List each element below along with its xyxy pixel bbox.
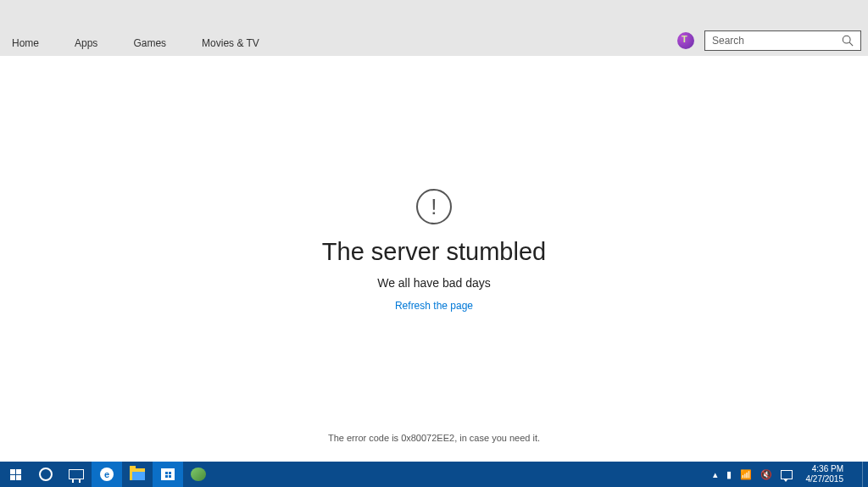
- svg-point-0: [843, 36, 850, 43]
- error-title: The server stumbled: [322, 238, 546, 266]
- refresh-link[interactable]: Refresh the page: [322, 300, 546, 312]
- taskbar-ie-button[interactable]: e: [92, 462, 122, 487]
- nav-right: [677, 30, 861, 51]
- user-avatar[interactable]: [677, 32, 694, 49]
- store-icon: [161, 468, 175, 480]
- task-view-button[interactable]: [61, 462, 92, 487]
- cortana-icon: [39, 468, 53, 481]
- taskbar-app-button[interactable]: [183, 462, 214, 487]
- sound-muted-icon[interactable]: 🔇: [760, 469, 772, 480]
- error-code: The error code is 0x80072EE2, in case yo…: [0, 433, 868, 443]
- error-page: ! The server stumbled We all have bad da…: [0, 56, 868, 462]
- app-icon: [191, 468, 206, 481]
- error-block: ! The server stumbled We all have bad da…: [322, 189, 546, 312]
- battery-icon[interactable]: ▮: [726, 469, 732, 480]
- clock-date: 4/27/2015: [806, 474, 844, 484]
- nav-movies-tv[interactable]: Movies & TV: [202, 37, 259, 49]
- error-subtitle: We all have bad days: [322, 276, 546, 290]
- store-top-nav: Home Apps Games Movies & TV: [0, 0, 868, 56]
- network-icon[interactable]: 📶: [740, 469, 752, 480]
- nav-apps[interactable]: Apps: [75, 37, 97, 49]
- task-view-icon: [69, 469, 84, 479]
- nav-games[interactable]: Games: [133, 37, 166, 49]
- start-button[interactable]: [0, 462, 31, 487]
- windows-logo-icon: [10, 469, 21, 480]
- browser-icon: e: [100, 468, 114, 481]
- taskbar-file-explorer-button[interactable]: [122, 462, 153, 487]
- svg-line-1: [849, 42, 853, 46]
- clock-time: 4:36 PM: [806, 464, 844, 474]
- taskbar-store-button[interactable]: [153, 462, 183, 487]
- taskbar: e ▴ ▮ 📶 🔇 4:36 PM 4/27/2015: [0, 462, 868, 487]
- system-tray: ▴ ▮ 📶 🔇 4:36 PM 4/27/2015: [713, 462, 869, 487]
- search-icon: [842, 35, 854, 47]
- search-input[interactable]: [712, 35, 842, 47]
- nav-items: Home Apps Games Movies & TV: [12, 7, 259, 49]
- search-box[interactable]: [704, 30, 861, 51]
- show-desktop-button[interactable]: [862, 462, 866, 487]
- exclamation-mark: !: [431, 196, 437, 218]
- exclamation-icon: !: [416, 189, 452, 224]
- tray-overflow-icon[interactable]: ▴: [713, 469, 718, 480]
- folder-icon: [130, 468, 145, 480]
- action-center-icon[interactable]: [781, 470, 793, 479]
- taskbar-clock[interactable]: 4:36 PM 4/27/2015: [801, 464, 849, 484]
- nav-home[interactable]: Home: [12, 37, 39, 49]
- cortana-button[interactable]: [31, 462, 61, 487]
